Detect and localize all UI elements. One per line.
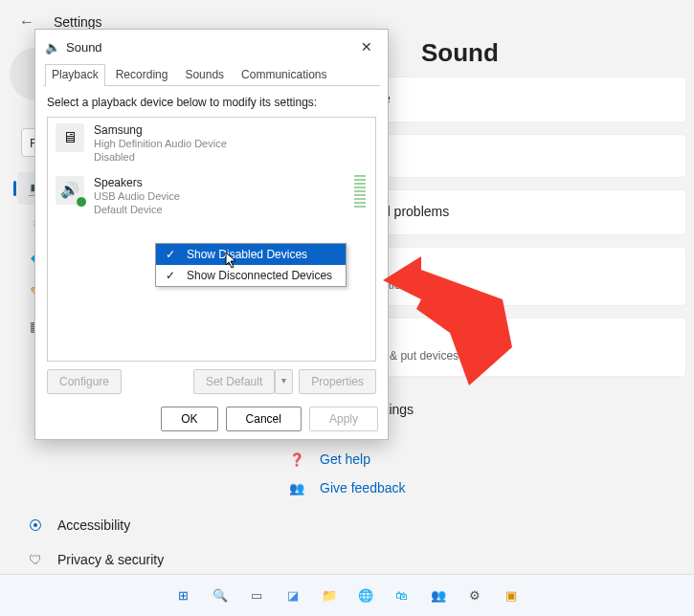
accessibility-icon: ⦿ — [27, 517, 44, 534]
taskbar-taskview-icon[interactable]: ▭ — [242, 582, 271, 610]
sound-dialog: 🔈 Sound ✕ PlaybackRecordingSoundsCommuni… — [34, 29, 389, 440]
help-link[interactable]: ❓Get help — [289, 451, 686, 467]
check-badge-icon — [76, 196, 87, 208]
cancel-button[interactable]: Cancel — [226, 407, 302, 431]
tab-sounds[interactable]: Sounds — [178, 64, 231, 86]
level-meter-icon — [354, 175, 366, 208]
help-icon: 👥 — [289, 481, 304, 495]
taskbar-settings-icon[interactable]: ⚙ — [460, 582, 489, 610]
device-list[interactable]: 🖥SamsungHigh Definition Audio DeviceDisa… — [47, 117, 376, 362]
help-icon: ❓ — [289, 452, 304, 467]
device-desc: USB Audio Device — [94, 189, 180, 203]
context-menu-item[interactable]: ✓Show Disconnected Devices — [156, 265, 346, 286]
taskbar-teams-icon[interactable]: 👥 — [424, 582, 453, 610]
taskbar-search-icon[interactable]: 🔍 — [206, 582, 235, 610]
device-icon: 🔊 — [56, 176, 84, 205]
close-icon[interactable]: ✕ — [355, 35, 378, 58]
page-title: Sound — [421, 38, 499, 68]
sidebar-item-privacy[interactable]: 🛡Privacy & security — [17, 543, 209, 576]
tab-recording[interactable]: Recording — [109, 64, 175, 86]
ok-button[interactable]: OK — [161, 407, 217, 431]
device-desc: High Definition Audio Device — [94, 137, 227, 150]
sidebar-item-accessibility[interactable]: ⦿Accessibility — [17, 509, 209, 541]
dialog-title: Sound — [66, 40, 102, 55]
device-status: Default Device — [94, 203, 180, 216]
device-status: Disabled — [94, 150, 227, 164]
taskbar-start-icon[interactable]: ⊞ — [169, 582, 198, 610]
context-menu-item[interactable]: ✓Show Disabled Devices — [156, 244, 346, 265]
help-label: Get help — [320, 451, 370, 467]
settings-title: Settings — [54, 14, 102, 30]
taskbar-edge-icon[interactable]: 🌐 — [351, 582, 380, 610]
device-name: Speakers — [94, 176, 180, 189]
device-icon: 🖥 — [56, 123, 84, 152]
set-default-button[interactable]: Set Default — [193, 369, 275, 394]
context-menu: ✓Show Disabled Devices✓Show Disconnected… — [155, 243, 347, 287]
taskbar-explorer-icon[interactable]: 📁 — [315, 582, 344, 610]
set-default-dropdown[interactable]: ▾ — [275, 369, 293, 394]
taskbar-widgets-icon[interactable]: ◪ — [279, 582, 307, 610]
check-icon: ✓ — [164, 248, 177, 261]
configure-button[interactable]: Configure — [47, 369, 122, 394]
tab-playback[interactable]: Playback — [45, 64, 105, 86]
sidebar-item-label: Privacy & security — [57, 552, 164, 567]
apply-button[interactable]: Apply — [309, 407, 378, 431]
device-item[interactable]: 🖥SamsungHigh Definition Audio DeviceDisa… — [48, 118, 375, 170]
privacy-icon: 🛡 — [27, 551, 44, 568]
context-menu-label: Show Disconnected Devices — [187, 269, 332, 282]
check-icon: ✓ — [164, 269, 177, 282]
speaker-icon: 🔈 — [45, 40, 60, 55]
taskbar: ⊞🔍▭◪📁🌐🛍👥⚙▣ — [0, 574, 694, 616]
sidebar-item-label: Accessibility — [57, 517, 130, 533]
dialog-instruction: Select a playback device below to modify… — [47, 96, 376, 109]
help-link[interactable]: 👥Give feedback — [289, 480, 686, 495]
device-item[interactable]: 🔊SpeakersUSB Audio DeviceDefault Device — [48, 170, 375, 223]
taskbar-app-icon[interactable]: ▣ — [497, 582, 526, 610]
properties-button[interactable]: Properties — [299, 369, 376, 394]
tab-communications[interactable]: Communications — [235, 64, 333, 86]
context-menu-label: Show Disabled Devices — [187, 248, 307, 261]
back-icon[interactable]: ← — [19, 13, 34, 31]
help-label: Give feedback — [320, 480, 406, 495]
taskbar-store-icon[interactable]: 🛍 — [388, 582, 416, 610]
device-name: Samsung — [94, 123, 227, 137]
